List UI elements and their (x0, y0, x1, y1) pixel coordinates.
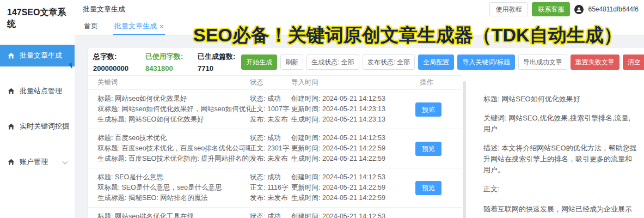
tab-home[interactable]: 首页 (83, 19, 99, 35)
row-title: 标题: 百度seo技术优化 (97, 133, 250, 143)
start-generate-button[interactable]: 开始生成 (241, 55, 277, 70)
sidebar-menu: 批量文章生成 批量站点管理 实时关键词挖掘 账户管理 (0, 45, 75, 173)
main-card: 总字数: 200000000 已使用字数: 8431800 已生成篇数: 771… (88, 48, 644, 218)
row-created: 创建时间: 2024-05-21 14:12:53 (291, 94, 395, 104)
col-header-action: 操作 (395, 78, 462, 87)
sidebar-item-label: 账户管理 (20, 157, 48, 167)
sidebar-item-batch-article[interactable]: 批量文章生成 (0, 45, 75, 66)
col-header-status: 状态 (250, 78, 291, 87)
row-title: 标题: SEO是什么意思 (97, 172, 250, 183)
home-icon (8, 159, 15, 166)
row-updated: 更新时间: 2024-05-21 14:22:59 (291, 143, 395, 154)
clear-articles-button[interactable]: 清空 (623, 55, 644, 70)
export-success-button[interactable]: 导出成功文章 (518, 55, 567, 70)
table-row: 标题: 网站seo如何优化效果好 双标题: 网站seo如何优化效果好，网站seo… (88, 90, 462, 129)
table-row: 标题: SEO是什么意思 双标题: SEO是什么意思，seo是什么意思 生成标题… (88, 168, 462, 208)
row-gen-title: 生成标题: 网站SEO如何优化效果好 (97, 114, 250, 125)
sidebar-item-site-manage[interactable]: 批量站点管理 (0, 80, 75, 102)
row-publish: 发布: 未发布 (250, 193, 291, 203)
row-publish: 发布: 未发布 (250, 114, 291, 125)
row-dual-title: 双标题: 百度seo技术优化，百度seo排名优化公司哪家好 (97, 143, 250, 154)
home-icon (8, 123, 15, 130)
table-row: 标题: 百度seo技术优化 双标题: 百度seo技术优化，百度seo排名优化公司… (88, 129, 462, 168)
row-created: 创建时间: 2024-05-21 14:12:53 (291, 211, 395, 218)
row-title: 标题: 网站seo排名优化工具在线 (97, 211, 250, 218)
row-gen-title: 生成标题: 揭秘SEO: 网站排名的魔法 (97, 193, 250, 203)
vertical-scrollbar[interactable] (463, 81, 466, 218)
chevron-down-icon (63, 159, 68, 165)
tab-bar: 首页 批量文章生成 × (75, 19, 644, 35)
row-words: 正文: 1007字 (250, 104, 291, 114)
contact-support-button[interactable]: 联系客服 (532, 2, 570, 16)
preview-body: 随着互联网的快速发展，网站已经成为企业展示产品和服务的重要平台。仅仅拥有一个美观… (483, 203, 637, 218)
tab-batch-article[interactable]: 批量文章生成 × (113, 19, 165, 35)
preview-body-label: 正文: (483, 184, 637, 195)
preview-button[interactable]: 预览 (415, 102, 441, 117)
preview-title: 标题: 网站SEO如何优化效果好 (483, 94, 637, 105)
generate-status-filter[interactable]: 生成状态: 全部 (306, 55, 359, 70)
row-words: 正文: 2301字 (250, 143, 291, 154)
row-status: 状态: 成功 (250, 172, 291, 183)
row-words: 正文: 1116字 (250, 183, 291, 193)
row-gen-title: 生成标题: 百度SEO技术优化指南: 提升网站排名的关键策略 (97, 154, 250, 164)
row-title: 标题: 网站seo如何优化效果好 (97, 94, 250, 104)
col-header-import-time: 导入时间 (291, 78, 395, 87)
sidebar-item-label: 实时关键词挖掘 (20, 122, 69, 131)
refresh-button[interactable]: 刷新 (280, 55, 303, 70)
row-created: 创建时间: 2024-05-21 14:12:53 (291, 172, 395, 183)
table-header-row: 关键词 状态 导入时间 操作 (88, 75, 462, 90)
sidebar-item-keyword-mining[interactable]: 实时关键词挖掘 (0, 116, 75, 137)
sidebar: 147SEO文章系统 批量文章生成 批量站点管理 实时关键词挖掘 账户管理 (0, 0, 75, 218)
global-config-button[interactable]: 全局配置 (418, 55, 454, 70)
articles-table: 关键词 状态 导入时间 操作 标题: 网站seo如何优化效果好 双标题: 网站s… (88, 75, 462, 218)
table-row: 标题: 网站seo排名优化工具在线 双标题: 网站seo排名优化工具在线，seo… (88, 208, 462, 218)
article-preview-panel: 标题: 网站SEO如何优化效果好 关键词: 网站SEO,优化效果,搜索引擎排名,… (469, 81, 644, 218)
stat-used-words: 已使用字数: 8431800 (145, 52, 198, 72)
row-status: 状态: 成功 (250, 94, 291, 104)
user-icon (576, 7, 582, 13)
row-updated: 更新时间: 2024-05-21 14:22:59 (291, 183, 395, 193)
top-bar: 批量文章生成 使用教程 联系客服 65e4811dfb644f6 (75, 0, 644, 19)
stats-toolbar: 总字数: 200000000 已使用字数: 8431800 已生成篇数: 771… (88, 48, 644, 75)
home-icon (8, 88, 15, 95)
reset-failed-button[interactable]: 重置失败文章 (571, 55, 620, 70)
row-dual-title: 双标题: 网站seo如何优化效果好，网站seo如何优化效果好些 (97, 104, 250, 114)
sidebar-item-account[interactable]: 账户管理 (0, 151, 75, 173)
row-generated: 生成时间: 2024-05-21 14:22:59 (291, 193, 395, 203)
publish-status-filter[interactable]: 发布状态: 全部 (363, 55, 415, 70)
row-updated: 更新时间: 2024-05-21 14:23:13 (291, 104, 395, 114)
app-title: 147SEO文章系统 (0, 0, 75, 30)
stat-total-words: 总字数: 200000000 (93, 52, 145, 72)
sidebar-item-label: 批量文章生成 (20, 51, 62, 60)
row-publish: 发布: 未发布 (250, 154, 291, 164)
row-generated: 生成时间: 2024-05-21 14:22:59 (291, 154, 395, 164)
preview-description: 描述: 本文将介绍网站SEO的优化方法，帮助您提升网站在搜索引擎上的排名，吸引更… (483, 143, 637, 175)
preview-button[interactable]: 预览 (415, 181, 441, 195)
preview-keywords: 关键词: 网站SEO,优化效果,搜索引擎排名,流量,用户 (483, 113, 637, 135)
user-id: 65e4811dfb644f6 (588, 5, 639, 13)
row-generated: 生成时间: 2024-05-21 14:23:13 (291, 114, 395, 125)
row-created: 创建时间: 2024-05-21 14:12:53 (291, 133, 395, 143)
main-area: 批量文章生成 使用教程 联系客服 65e4811dfb644f6 首页 批量文章… (75, 0, 644, 218)
col-header-keyword: 关键词 (97, 78, 250, 87)
content-area: 总字数: 200000000 已使用字数: 8431800 已生成篇数: 771… (75, 36, 644, 218)
preview-button[interactable]: 预览 (415, 142, 441, 156)
import-keywords-button[interactable]: 导入关键词/标题 (457, 55, 514, 70)
row-status: 状态: 成功 (250, 211, 291, 218)
tutorial-button[interactable]: 使用教程 (489, 2, 528, 16)
sidebar-item-label: 批量站点管理 (20, 86, 62, 96)
close-icon[interactable]: × (160, 22, 164, 31)
home-icon (8, 52, 15, 59)
mouse-cursor-icon (69, 62, 75, 69)
stat-generated-count: 已生成篇数: 7710 (198, 52, 241, 72)
page-title: 批量文章生成 (83, 4, 125, 14)
avatar[interactable] (574, 5, 584, 14)
row-status: 状态: 成功 (250, 133, 291, 143)
row-dual-title: 双标题: SEO是什么意思，seo是什么意思 (97, 183, 250, 193)
